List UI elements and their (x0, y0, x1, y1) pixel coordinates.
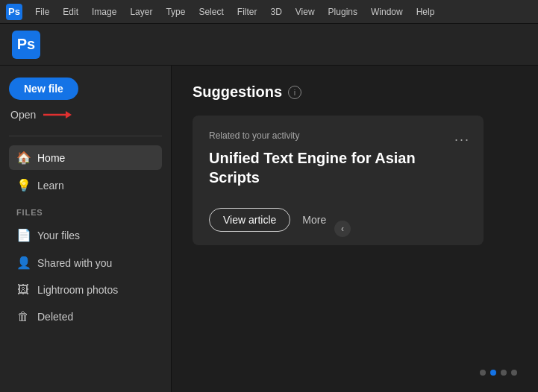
sidebar-item-home-label: Home (37, 152, 65, 164)
view-article-button[interactable]: View article (209, 208, 290, 232)
menu-file[interactable]: File (30, 5, 54, 19)
new-file-button[interactable]: New file (9, 78, 78, 100)
sidebar-item-lightroom-label: Lightroom photos (37, 284, 118, 296)
menu-filter[interactable]: Filter (232, 5, 263, 19)
collapse-button[interactable]: ‹ (334, 221, 351, 237)
card-title: Unified Text Engine for Asian Scripts (209, 148, 467, 187)
files-section-label: FILES (9, 200, 162, 220)
more-options-button[interactable]: ... (454, 129, 470, 145)
menu-image[interactable]: Image (87, 5, 122, 19)
app-header: Ps (0, 24, 538, 66)
sidebar-item-deleted[interactable]: 🗑 Deleted (9, 305, 162, 329)
dot-3[interactable] (501, 370, 507, 376)
sidebar-item-home[interactable]: 🏠 Home (9, 145, 162, 170)
sidebar-item-lightroom[interactable]: 🖼 Lightroom photos (9, 278, 162, 302)
menu-layer[interactable]: Layer (125, 5, 157, 19)
content-area: ‹ Suggestions i ... Related to your acti… (172, 66, 538, 392)
menu-plugins[interactable]: Plugins (323, 5, 363, 19)
menu-edit[interactable]: Edit (57, 5, 84, 19)
sidebar-item-shared-label: Shared with you (37, 257, 112, 269)
menu-bar: Ps File Edit Image Layer Type Select Fil… (0, 0, 538, 24)
svg-marker-1 (66, 111, 72, 118)
more-link[interactable]: More (302, 214, 326, 226)
suggestions-header: Suggestions i (193, 83, 517, 101)
file-icon: 📄 (16, 228, 30, 242)
sidebar-item-shared-with-you[interactable]: 👤 Shared with you (9, 250, 162, 275)
dot-4[interactable] (511, 370, 517, 376)
trash-icon: 🗑 (16, 310, 30, 323)
sidebar-item-deleted-label: Deleted (37, 311, 73, 323)
sidebar-item-learn[interactable]: 💡 Learn (9, 173, 162, 197)
divider (9, 136, 162, 136)
learn-icon: 💡 (16, 178, 30, 192)
sidebar-item-your-files[interactable]: 📄 Your files (9, 223, 162, 247)
menu-view[interactable]: View (290, 5, 320, 19)
sidebar: New file Open 🏠 Home 💡 Learn FILES 📄 You… (0, 66, 172, 392)
slide-indicators (480, 370, 517, 376)
card-tag: Related to your activity (209, 130, 467, 141)
lightroom-icon: 🖼 (16, 283, 30, 297)
menu-select[interactable]: Select (193, 5, 228, 19)
sidebar-item-your-files-label: Your files (37, 230, 80, 241)
dot-2[interactable] (490, 370, 496, 376)
open-label[interactable]: Open (10, 109, 36, 121)
menu-type[interactable]: Type (160, 5, 190, 19)
ps-logo-small: Ps (6, 4, 22, 20)
menu-help[interactable]: Help (411, 5, 440, 19)
ps-logo-large: Ps (12, 31, 40, 59)
suggestions-title: Suggestions (193, 83, 282, 101)
home-icon: 🏠 (16, 151, 30, 165)
menu-3d[interactable]: 3D (265, 5, 287, 19)
main-area: New file Open 🏠 Home 💡 Learn FILES 📄 You… (0, 66, 538, 392)
sidebar-item-learn-label: Learn (37, 180, 64, 192)
menu-window[interactable]: Window (366, 5, 408, 19)
info-icon[interactable]: i (288, 86, 301, 99)
shared-icon: 👤 (16, 256, 30, 270)
dot-1[interactable] (480, 370, 486, 376)
arrow-right-icon (43, 109, 72, 121)
open-row: Open (9, 106, 162, 124)
